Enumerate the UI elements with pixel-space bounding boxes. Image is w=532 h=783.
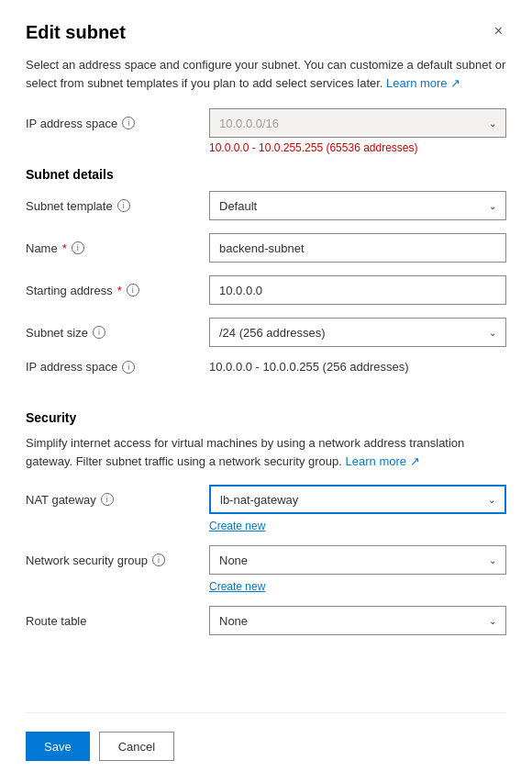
ip-address-space-label: IP address space i	[26, 117, 209, 130]
ip-address-space-chevron-icon: ⌄	[489, 118, 496, 129]
nsg-chevron-icon: ⌄	[489, 555, 496, 565]
subnet-template-chevron-icon: ⌄	[489, 201, 496, 211]
security-learn-more-link[interactable]: Learn more ↗	[346, 454, 420, 468]
subnet-name-label: Name * i	[26, 241, 209, 255]
nat-gateway-info-icon[interactable]: i	[101, 493, 114, 506]
subnet-ip-space-info-icon[interactable]: i	[122, 361, 135, 374]
route-table-control: None ⌄	[209, 606, 506, 635]
nsg-create-new-link[interactable]: Create new	[209, 580, 506, 593]
route-table-label: Route table	[26, 614, 209, 628]
subnet-size-info-icon[interactable]: i	[93, 326, 105, 339]
subnet-template-label: Subnet template i	[26, 199, 209, 213]
starting-address-required-star: *	[117, 284, 122, 297]
cancel-button[interactable]: Cancel	[99, 732, 174, 761]
panel-footer: Save Cancel	[26, 712, 506, 783]
subnet-ip-space-value: 10.0.0.0 - 10.0.0.255 (256 addresses)	[209, 360, 506, 374]
ip-address-space-control: 10.0.0.0/16 ⌄	[209, 108, 506, 138]
name-info-icon[interactable]: i	[72, 241, 84, 254]
nsg-label: Network security group i	[26, 554, 209, 567]
subnet-size-label: Subnet size i	[26, 326, 209, 340]
ip-address-space-row: IP address space i 10.0.0.0/16 ⌄	[26, 108, 506, 138]
subnet-details-section: Subnet details Subnet template i Default…	[26, 167, 506, 386]
security-description: Simplify internet access for virtual mac…	[26, 434, 506, 470]
subnet-template-control: Default ⌄	[209, 191, 506, 220]
subnet-ip-space-label: IP address space i	[26, 360, 209, 374]
close-button[interactable]: ×	[491, 22, 506, 40]
subnet-size-control: /24 (256 addresses) ⌄	[209, 318, 506, 347]
route-table-row: Route table None ⌄	[26, 606, 506, 635]
nsg-row: Network security group i None ⌄	[26, 545, 506, 575]
starting-address-info-icon[interactable]: i	[127, 284, 139, 296]
subnet-name-control	[209, 233, 506, 263]
nat-gateway-label: NAT gateway i	[26, 493, 209, 507]
nat-gateway-row: NAT gateway i lb-nat-gateway ⌄	[26, 485, 506, 514]
nsg-control: None ⌄	[209, 545, 506, 575]
starting-address-row: Starting address * i	[26, 275, 506, 305]
subnet-details-heading: Subnet details	[26, 167, 506, 182]
security-heading: Security	[26, 410, 506, 425]
nsg-info-icon[interactable]: i	[152, 554, 165, 566]
nat-gateway-control: lb-nat-gateway ⌄	[209, 485, 506, 514]
nat-gateway-chevron-icon: ⌄	[488, 495, 495, 505]
ip-address-space-select[interactable]: 10.0.0.0/16 ⌄	[209, 108, 506, 138]
nat-gateway-select[interactable]: lb-nat-gateway ⌄	[209, 485, 506, 514]
starting-address-input[interactable]	[209, 275, 506, 305]
subnet-name-input[interactable]	[209, 233, 506, 263]
subnet-template-info-icon[interactable]: i	[117, 199, 130, 212]
name-required-star: *	[62, 241, 67, 255]
edit-subnet-panel: Edit subnet × Select an address space an…	[0, 0, 532, 783]
subnet-size-select[interactable]: /24 (256 addresses) ⌄	[209, 318, 506, 347]
panel-description: Select an address space and configure yo…	[26, 56, 506, 92]
subnet-size-row: Subnet size i /24 (256 addresses) ⌄	[26, 318, 506, 347]
starting-address-control	[209, 275, 506, 305]
panel-header: Edit subnet ×	[26, 22, 506, 43]
subnet-ip-space-row: IP address space i 10.0.0.0 - 10.0.0.255…	[26, 360, 506, 374]
ip-address-space-info-icon[interactable]: i	[122, 117, 135, 129]
nat-gateway-create-new-link[interactable]: Create new	[209, 520, 506, 532]
route-table-chevron-icon: ⌄	[489, 616, 496, 626]
subnet-template-select[interactable]: Default ⌄	[209, 191, 506, 220]
learn-more-link-top[interactable]: Learn more ↗	[386, 76, 460, 90]
subnet-size-chevron-icon: ⌄	[489, 328, 496, 338]
starting-address-label: Starting address * i	[26, 284, 209, 297]
security-section: Security Simplify internet access for vi…	[26, 410, 506, 648]
nsg-select[interactable]: None ⌄	[209, 545, 506, 575]
save-button[interactable]: Save	[26, 732, 90, 761]
panel-title: Edit subnet	[26, 22, 126, 43]
subnet-template-row: Subnet template i Default ⌄	[26, 191, 506, 220]
ip-address-range-text: 10.0.0.0 - 10.0.255.255 (65536 addresses…	[209, 141, 506, 154]
subnet-name-row: Name * i	[26, 233, 506, 263]
route-table-select[interactable]: None ⌄	[209, 606, 506, 635]
